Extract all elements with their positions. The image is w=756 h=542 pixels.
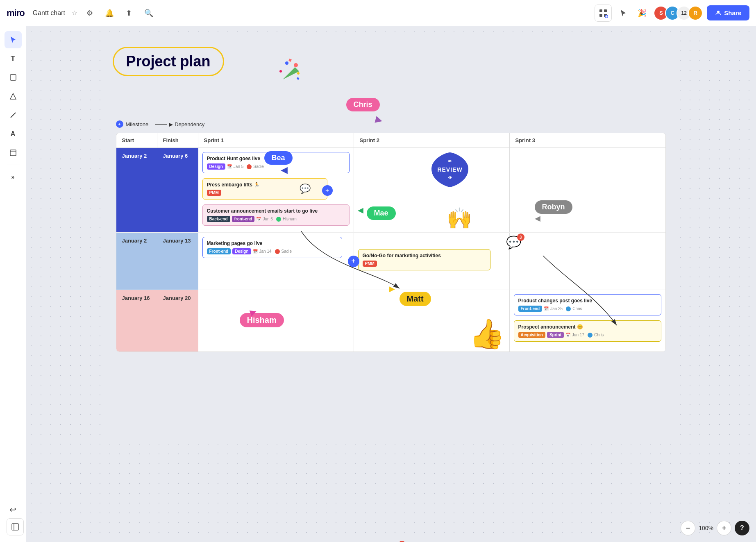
tag-pm: PMM: [207, 190, 221, 196]
zoom-in-button[interactable]: +: [717, 521, 731, 535]
svg-point-7: [717, 11, 720, 13]
calendar-icon: 📅: [253, 249, 258, 254]
task-prospect-announcement[interactable]: Prospect announcement 😊 Acquisition Spri…: [514, 320, 661, 342]
undo-button[interactable]: ↩: [5, 501, 22, 518]
row1-start: January 2: [116, 148, 157, 232]
task-product-changes[interactable]: Product changes post goes live Front-end…: [514, 294, 661, 315]
gantt-chart: Start Finish Sprint 1 Sprint 2 Sprint 3 …: [116, 133, 666, 352]
task-meta: 📅 Jun 5 Hisham: [256, 217, 296, 222]
gantt-row-3: January 16 January 20 Product changes po…: [116, 290, 665, 352]
favorite-star-icon[interactable]: ☆: [72, 9, 77, 17]
nav-right-section: 🎉 S C 12 R Share: [595, 5, 749, 22]
task-tags: Front-end Design 📅 Jan 14 Sadie: [207, 248, 338, 254]
task-title: Product changes post goes live: [518, 298, 657, 304]
matt-label: Matt: [400, 292, 431, 306]
tag-frontend-2: Front-end: [518, 306, 543, 312]
tag-frontend: Front-end: [207, 248, 231, 254]
zoom-out-button[interactable]: −: [681, 521, 695, 535]
share-export-button[interactable]: ⬆: [122, 6, 136, 20]
bea-label: Bea: [264, 151, 293, 165]
share-button[interactable]: Share: [707, 5, 749, 20]
header-sprint2: Sprint 2: [354, 133, 510, 147]
row1-finish: January 6: [157, 148, 198, 232]
search-button[interactable]: 🔍: [141, 6, 156, 20]
row2-sprint3: [510, 233, 665, 290]
celebration-button[interactable]: 🎉: [635, 6, 649, 20]
add-task-button[interactable]: +: [322, 185, 333, 196]
assignee-dot-chris: [588, 333, 593, 338]
task-title: Prospect announcement 😊: [518, 324, 657, 330]
gantt-row-2: January 2 January 13 Marketing pages go …: [116, 233, 665, 290]
settings-button[interactable]: ⚙: [82, 6, 97, 20]
project-plan-heading: Project plan: [126, 53, 211, 70]
task-customer-emails[interactable]: Customer announcement emails start to go…: [202, 204, 350, 226]
task-tags: Back-end front-end 📅 Jun 5 Hisham: [207, 216, 345, 222]
tag-backend: Back-end: [207, 216, 230, 222]
svg-rect-1: [604, 9, 607, 12]
assignee-dot: [275, 249, 280, 254]
shape-tool[interactable]: [5, 88, 22, 105]
task-meta: 📅 Jan 25 Chris: [544, 306, 582, 311]
share-label: Share: [724, 9, 741, 16]
add-task-button-2[interactable]: +: [348, 256, 359, 267]
svg-line-9: [11, 113, 16, 118]
dependency-legend: ▶ Dependency: [155, 121, 204, 127]
canvas-area[interactable]: Project plan Chris ▶ + Milestone: [26, 26, 756, 542]
row3-sprint3: Product changes post goes live Front-end…: [510, 290, 665, 352]
svg-point-15: [297, 72, 300, 75]
header-sprint1: Sprint 1: [198, 133, 354, 147]
assignee-dot: [566, 306, 571, 311]
project-plan-oval: Project plan: [113, 47, 224, 76]
sticky-note-tool[interactable]: [5, 69, 22, 86]
comment-bubble-2[interactable]: 💬 3: [506, 235, 521, 249]
header-sprint3: Sprint 3: [510, 133, 665, 147]
task-meta: 📅 Jan 5 Sadie: [227, 164, 264, 169]
svg-text:👁: 👁: [448, 159, 452, 163]
avatar-group: S C 12 R: [654, 6, 703, 20]
help-button[interactable]: ?: [735, 521, 749, 535]
header-finish: Finish: [157, 133, 198, 147]
canvas-content: Project plan Chris ▶ + Milestone: [104, 34, 678, 444]
tag-frontend-small: front-end: [232, 216, 255, 222]
notifications-button[interactable]: 🔔: [102, 6, 117, 20]
row2-sprint2: Go/No-Go for marketing activities PMM: [354, 233, 510, 290]
line-tool[interactable]: [5, 107, 22, 124]
task-tags: Acquisition Sprint 📅 Jun 17 Chris: [518, 332, 657, 338]
milestone-legend: + Milestone: [116, 120, 149, 128]
calendar-icon: 📅: [227, 164, 232, 169]
robyn-label: Robyn: [535, 200, 572, 214]
gantt-header: Start Finish Sprint 1 Sprint 2 Sprint 3: [116, 133, 665, 148]
avatar-user3[interactable]: R: [688, 6, 703, 20]
task-title: Customer announcement emails start to go…: [207, 208, 345, 214]
board-title: Gantt chart: [33, 9, 65, 17]
task-go-no-go[interactable]: Go/No-Go for marketing activities PMM: [358, 249, 490, 270]
assignee-dot: [276, 217, 281, 222]
bea-pointer: ◀: [281, 165, 288, 175]
add-widget-button[interactable]: [595, 5, 612, 22]
toolbar-divider: [7, 165, 20, 165]
text-tool-2[interactable]: A: [5, 125, 22, 143]
panel-toggle-button[interactable]: [7, 518, 24, 535]
task-title: Go/No-Go for marketing activities: [363, 253, 486, 259]
comment-icon[interactable]: 💬: [300, 184, 311, 194]
tag-design: Design: [232, 248, 251, 254]
task-press-embargo[interactable]: Press embargo lifts 🏃 PMM + 💬: [202, 178, 327, 200]
svg-text:👁: 👁: [448, 176, 452, 180]
text-tool[interactable]: T: [5, 50, 22, 67]
milestone-icon: +: [116, 120, 123, 128]
chris-pointer: ▶: [374, 113, 384, 126]
more-tools-button[interactable]: »: [5, 168, 22, 186]
robyn-pointer: ◀: [535, 214, 540, 223]
row2-start: January 2: [116, 233, 157, 290]
bottom-right-controls: − 100% + ?: [681, 521, 749, 535]
task-marketing-pages[interactable]: Marketing pages go live Front-end Design…: [202, 237, 342, 258]
project-plan-title-area: Project plan: [113, 47, 224, 76]
svg-point-16: [279, 70, 282, 73]
pointer-tool-button[interactable]: [616, 6, 631, 20]
mae-label: Mae: [367, 206, 396, 220]
mae-pointer: ◀: [358, 206, 363, 215]
cursor-tool[interactable]: [5, 31, 22, 48]
frame-tool[interactable]: [5, 144, 22, 161]
dependency-label: Dependency: [175, 121, 204, 127]
chris-label: Chris: [346, 98, 380, 111]
